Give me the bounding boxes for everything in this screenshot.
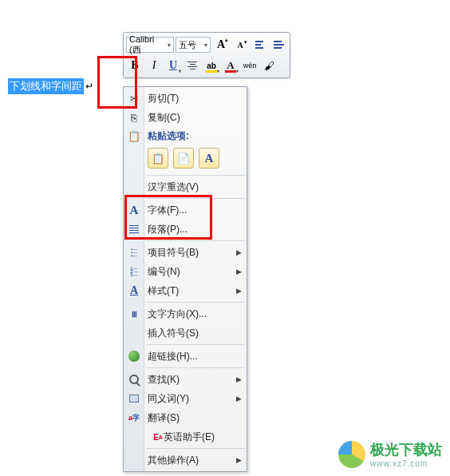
- menu-font[interactable]: A 字体(F)...: [124, 200, 247, 220]
- underline-button[interactable]: U▾: [164, 57, 182, 74]
- increase-indent-icon: [274, 41, 284, 49]
- italic-icon: I: [152, 59, 156, 72]
- numbering-icon: 1—2—3—: [126, 264, 142, 280]
- book-icon: [126, 391, 142, 407]
- decrease-indent-button[interactable]: [251, 36, 268, 54]
- menu-copy-label: 复制(C): [148, 111, 180, 125]
- format-painter-button[interactable]: 🖌: [260, 57, 278, 74]
- submenu-arrow-icon: ▶: [236, 287, 242, 295]
- context-menu: ✂ 剪切(T) ⎘ 复制(C) 📋 粘贴选项: 📋 📄 A 汉字重选(V) A …: [123, 86, 247, 472]
- english-assistant-icon: EA: [150, 429, 166, 445]
- paste-text-only-icon: A: [205, 152, 214, 165]
- search-icon: [126, 371, 142, 387]
- submenu-arrow-icon: ▶: [236, 248, 242, 256]
- increase-indent-button[interactable]: [270, 36, 287, 54]
- align-center-button[interactable]: [184, 57, 201, 74]
- menu-bullets-label: 项目符号(B): [148, 246, 199, 260]
- menu-find[interactable]: 查找(K) ▶: [124, 370, 247, 389]
- document-area: 下划线和字间距↵: [8, 78, 93, 94]
- font-size-select[interactable]: 五号 ▾: [176, 37, 211, 53]
- menu-bullets[interactable]: •—•—•— 项目符号(B) ▶: [124, 243, 247, 262]
- grow-font-button[interactable]: A▴: [212, 36, 230, 54]
- font-name-value: Calibri (西: [129, 34, 168, 56]
- menu-numbering[interactable]: 1—2—3— 编号(N) ▶: [124, 262, 247, 281]
- paste-text-only-button[interactable]: A: [199, 148, 219, 169]
- menu-other-actions[interactable]: 其他操作(A) ▶: [124, 450, 247, 470]
- menu-english-assistant-label: 英语助手(E): [164, 430, 215, 444]
- phonetic-icon: wén: [243, 61, 257, 69]
- chevron-down-icon: ▾: [179, 68, 181, 73]
- phonetic-guide-button[interactable]: wén: [241, 57, 259, 74]
- menu-paste-header: 📋 粘贴选项:: [124, 127, 247, 145]
- menu-separator: [146, 240, 245, 241]
- menu-font-label: 字体(F)...: [148, 204, 187, 217]
- menu-numbering-label: 编号(N): [148, 265, 180, 279]
- chevron-down-icon: ▾: [217, 68, 219, 73]
- text-direction-icon: Ⅲ: [126, 306, 142, 322]
- menu-synonyms[interactable]: 同义词(Y) ▶: [124, 389, 247, 408]
- menu-translate[interactable]: a字 翻译(S): [124, 408, 247, 427]
- menu-hyperlink[interactable]: 超链接(H)...: [124, 347, 247, 366]
- paragraph-icon: [126, 221, 142, 237]
- scissors-icon: ✂: [126, 90, 142, 106]
- highlight-icon: ab: [207, 61, 216, 70]
- menu-insert-symbol[interactable]: 插入符号(S): [124, 323, 247, 343]
- menu-styles[interactable]: A 样式(T) ▶: [124, 281, 247, 300]
- font-name-select[interactable]: Calibri (西 ▾: [126, 37, 174, 53]
- chevron-down-icon: ▾: [168, 42, 171, 49]
- menu-text-direction[interactable]: Ⅲ 文字方向(X)...: [124, 304, 247, 323]
- menu-separator: [146, 302, 245, 303]
- menu-paragraph-label: 段落(P)...: [148, 223, 188, 236]
- bold-button[interactable]: B: [126, 57, 144, 74]
- menu-separator: [146, 175, 245, 176]
- bullets-icon: •—•—•—: [126, 244, 142, 260]
- menu-hyperlink-label: 超链接(H)...: [148, 350, 198, 363]
- highlight-color-bar: [206, 70, 217, 73]
- mini-toolbar: Calibri (西 ▾ 五号 ▾ A▴ A▾ B I U▾ ab ▾ A: [123, 32, 290, 78]
- styles-icon: A: [126, 283, 142, 299]
- submenu-arrow-icon: ▶: [236, 268, 242, 276]
- menu-separator: [146, 198, 245, 199]
- bold-icon: B: [131, 59, 138, 72]
- menu-translate-label: 翻译(S): [148, 411, 180, 425]
- translate-icon: a字: [126, 410, 142, 426]
- menu-other-actions-label: 其他操作(A): [148, 454, 199, 467]
- underline-icon: U: [169, 59, 177, 72]
- watermark-logo-icon: [338, 441, 365, 468]
- menu-reconvert[interactable]: 汉字重选(V): [124, 177, 247, 196]
- clipboard-icon: 📋: [126, 128, 142, 144]
- shrink-font-button[interactable]: A▾: [231, 36, 249, 54]
- italic-button[interactable]: I: [145, 57, 163, 74]
- highlight-button[interactable]: ab ▾: [203, 57, 220, 74]
- chevron-down-icon: ▾: [204, 42, 207, 49]
- paragraph-mark: ↵: [85, 81, 93, 92]
- menu-separator: [146, 448, 245, 449]
- selected-text[interactable]: 下划线和字间距: [8, 78, 84, 94]
- submenu-arrow-icon: ▶: [236, 375, 242, 383]
- menu-find-label: 查找(K): [148, 373, 180, 387]
- paste-merge-button[interactable]: 📄: [173, 148, 194, 169]
- menu-styles-label: 样式(T): [148, 284, 179, 298]
- menu-cut[interactable]: ✂ 剪切(T): [124, 89, 247, 108]
- paste-keep-source-icon: 📋: [152, 153, 164, 165]
- menu-paragraph[interactable]: 段落(P)...: [124, 220, 247, 239]
- menu-synonyms-label: 同义词(Y): [148, 392, 189, 406]
- font-color-bar: [225, 70, 236, 73]
- hyperlink-icon: [126, 348, 142, 364]
- font-size-value: 五号: [179, 39, 196, 51]
- format-painter-icon: 🖌: [264, 60, 274, 72]
- menu-cut-label: 剪切(T): [148, 92, 179, 105]
- align-center-icon: [188, 61, 197, 69]
- paste-keep-source-button[interactable]: 📋: [148, 148, 168, 169]
- menu-english-assistant[interactable]: EA 英语助手(E): [124, 427, 247, 446]
- shrink-font-icon: A: [237, 41, 243, 50]
- watermark-title: 极光下载站: [370, 440, 442, 459]
- menu-copy[interactable]: ⎘ 复制(C): [124, 108, 247, 127]
- font-a-icon: A: [126, 202, 142, 218]
- watermark: 极光下载站 www.xz7.com: [338, 440, 442, 468]
- submenu-arrow-icon: ▶: [236, 395, 242, 403]
- menu-separator: [146, 344, 245, 345]
- menu-insert-symbol-label: 插入符号(S): [148, 327, 199, 340]
- font-color-button[interactable]: A ▾: [222, 57, 239, 74]
- menu-separator: [146, 367, 245, 368]
